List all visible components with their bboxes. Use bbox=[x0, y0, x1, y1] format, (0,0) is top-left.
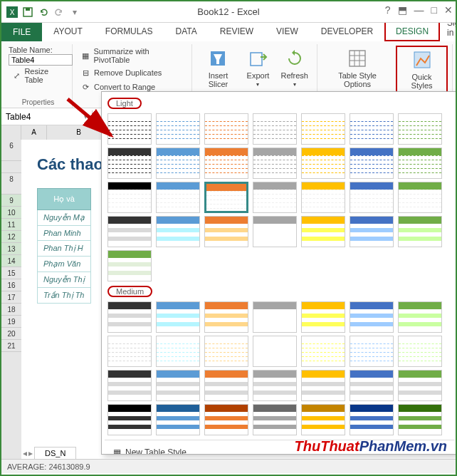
style-swatch[interactable] bbox=[301, 370, 345, 401]
style-swatch[interactable] bbox=[398, 370, 442, 401]
style-swatch[interactable] bbox=[204, 182, 248, 213]
style-swatch[interactable] bbox=[350, 370, 394, 401]
style-swatch[interactable] bbox=[204, 301, 248, 333]
remove-duplicates-button[interactable]: ⊟ Remove Duplicates bbox=[77, 66, 187, 80]
tab-nav-prev-icon[interactable]: ◂ bbox=[23, 448, 27, 458]
style-swatch[interactable] bbox=[253, 148, 297, 179]
row-header[interactable]: 17 bbox=[1, 291, 21, 304]
tab-review[interactable]: REVIEW bbox=[209, 21, 265, 41]
style-swatch[interactable] bbox=[156, 301, 200, 333]
style-swatch[interactable] bbox=[350, 182, 394, 213]
style-swatch[interactable] bbox=[107, 113, 152, 145]
style-swatch[interactable] bbox=[253, 113, 297, 145]
resize-table-button[interactable]: ⤢ Resize Table bbox=[9, 66, 68, 86]
insert-slicer-button[interactable]: Insert Slicer bbox=[196, 46, 239, 90]
tab-design[interactable]: DESIGN bbox=[384, 21, 440, 41]
summarize-pivot-button[interactable]: ▦ Summarize with PivotTable bbox=[77, 46, 187, 66]
table-header[interactable]: Họ và bbox=[38, 189, 91, 210]
style-swatch[interactable] bbox=[253, 301, 297, 333]
style-swatch[interactable] bbox=[350, 336, 394, 367]
style-swatch[interactable] bbox=[204, 148, 248, 179]
row-header[interactable] bbox=[1, 161, 21, 173]
row-header[interactable]: 21 bbox=[1, 340, 21, 352]
style-swatch[interactable] bbox=[301, 404, 345, 435]
style-swatch[interactable] bbox=[301, 216, 345, 247]
row-header[interactable]: 20 bbox=[1, 328, 21, 340]
col-a[interactable]: A bbox=[21, 125, 47, 140]
style-swatch[interactable] bbox=[156, 182, 200, 213]
style-swatch[interactable] bbox=[204, 216, 248, 247]
table-cell[interactable]: Trần Thị Th bbox=[38, 288, 91, 304]
table-style-options-button[interactable]: Table Style Options ▾ bbox=[322, 46, 393, 98]
style-swatch[interactable] bbox=[107, 336, 152, 367]
minimize-icon[interactable]: — bbox=[414, 4, 424, 16]
table-cell[interactable]: Phan Thị H bbox=[38, 241, 91, 257]
style-swatch[interactable] bbox=[156, 113, 200, 145]
row-header[interactable]: 6 bbox=[1, 140, 21, 161]
style-swatch[interactable] bbox=[156, 148, 200, 179]
style-swatch[interactable] bbox=[253, 404, 297, 435]
style-swatch[interactable] bbox=[398, 216, 442, 247]
chevron-down-icon[interactable]: ▾ bbox=[84, 113, 88, 120]
style-swatch[interactable] bbox=[398, 301, 442, 333]
select-all-corner[interactable] bbox=[1, 125, 21, 140]
style-swatch[interactable] bbox=[156, 336, 200, 367]
style-swatch[interactable] bbox=[301, 336, 345, 367]
style-swatch[interactable] bbox=[350, 216, 394, 247]
style-swatch[interactable] bbox=[107, 404, 152, 435]
row-header[interactable]: 19 bbox=[1, 316, 21, 328]
style-swatch[interactable] bbox=[253, 370, 297, 401]
style-swatch[interactable] bbox=[301, 113, 345, 145]
undo-icon[interactable] bbox=[37, 6, 50, 19]
style-swatch[interactable] bbox=[398, 148, 442, 179]
help-icon[interactable]: ? bbox=[385, 4, 391, 16]
row-header[interactable]: 9 bbox=[1, 195, 21, 207]
table-cell[interactable]: Phạm Văn bbox=[38, 257, 91, 272]
tab-formulas[interactable]: FORMULAS bbox=[94, 21, 164, 41]
style-swatch[interactable] bbox=[301, 148, 345, 179]
style-swatch[interactable] bbox=[253, 182, 297, 213]
tab-file[interactable]: FILE bbox=[1, 23, 42, 41]
save-icon[interactable] bbox=[21, 6, 34, 19]
redo-icon[interactable] bbox=[53, 6, 65, 19]
close-icon[interactable]: ✕ bbox=[444, 4, 453, 16]
style-swatch[interactable] bbox=[204, 404, 248, 435]
refresh-button[interactable]: Refresh ▾ bbox=[276, 46, 312, 89]
style-swatch[interactable] bbox=[156, 404, 200, 435]
style-swatch[interactable] bbox=[398, 113, 442, 145]
table-cell[interactable]: Nguyễn Thị bbox=[38, 272, 91, 288]
style-swatch[interactable] bbox=[107, 301, 152, 333]
table-cell[interactable]: Phan Minh bbox=[38, 226, 91, 241]
qat-dropdown-icon[interactable]: ▾ bbox=[68, 6, 81, 19]
row-header[interactable]: 10 bbox=[1, 207, 21, 219]
row-header[interactable]: 15 bbox=[1, 267, 21, 279]
style-swatch[interactable] bbox=[253, 216, 297, 247]
style-swatch[interactable] bbox=[253, 336, 297, 367]
tab-nav-next-icon[interactable]: ▸ bbox=[28, 448, 33, 458]
style-swatch[interactable] bbox=[156, 216, 200, 247]
style-swatch[interactable] bbox=[350, 148, 394, 179]
tab-layout[interactable]: AYOUT bbox=[42, 21, 93, 41]
table-name-input[interactable] bbox=[9, 54, 73, 66]
style-swatch[interactable] bbox=[204, 113, 248, 145]
table-cell[interactable]: Nguyễn Mạ bbox=[38, 210, 91, 226]
row-header[interactable]: 12 bbox=[1, 231, 21, 243]
style-swatch[interactable] bbox=[107, 250, 152, 281]
style-swatch[interactable] bbox=[301, 182, 345, 213]
ribbon-options-icon[interactable]: ⬒ bbox=[398, 4, 407, 16]
name-box[interactable]: Table4 ▾ bbox=[1, 110, 93, 123]
style-swatch[interactable] bbox=[107, 182, 152, 213]
row-header[interactable]: 8 bbox=[1, 173, 21, 195]
style-swatch[interactable] bbox=[156, 370, 200, 401]
tab-view[interactable]: VIEW bbox=[265, 21, 310, 41]
maximize-icon[interactable]: □ bbox=[431, 4, 437, 16]
style-swatch[interactable] bbox=[204, 336, 248, 367]
style-swatch[interactable] bbox=[301, 301, 345, 333]
row-header[interactable]: 18 bbox=[1, 304, 21, 316]
tab-developer[interactable]: DEVELOPER bbox=[310, 21, 384, 41]
export-button[interactable]: Export ▾ bbox=[242, 46, 273, 89]
style-swatch[interactable] bbox=[398, 182, 442, 213]
row-header[interactable]: 11 bbox=[1, 219, 21, 231]
style-swatch[interactable] bbox=[107, 216, 152, 247]
sheet-tab[interactable]: DS_N bbox=[34, 447, 76, 459]
